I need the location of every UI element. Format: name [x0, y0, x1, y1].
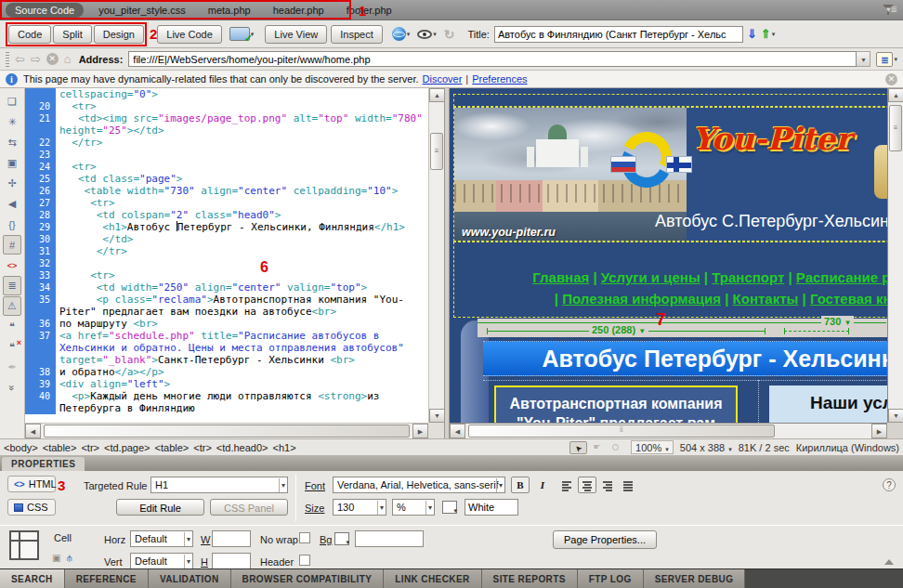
bg-color-swatch[interactable]	[334, 532, 349, 545]
forward-icon[interactable]: ⇨	[31, 53, 41, 65]
align-center-icon[interactable]	[578, 477, 596, 493]
title-input[interactable]	[494, 26, 743, 43]
collapse-full-tag-icon[interactable]: ⇆	[3, 133, 21, 152]
code-line[interactable]: 25 <td class="page">	[25, 173, 428, 185]
code-text[interactable]: </td>	[56, 233, 428, 245]
site-nav-cell[interactable]: Главная | Услуги и цены | Транспорт | Ра…	[453, 242, 887, 318]
preferences-link[interactable]: Preferences	[472, 73, 527, 85]
code-text[interactable]	[56, 149, 428, 161]
code-line[interactable]: 27 <tr>	[25, 197, 428, 209]
site-nav-link[interactable]: Расписание рейсов	[796, 269, 887, 285]
format-source-code-icon[interactable]: ✒	[3, 358, 21, 377]
selected-table-top-row[interactable]	[453, 94, 887, 107]
site-header-image[interactable]: www.you-piter.ru You-Piter Автобус С.Пет…	[453, 107, 887, 242]
horz-select[interactable]: Default	[130, 530, 193, 547]
preview-in-browser-icon[interactable]	[392, 27, 406, 41]
table-width-menu[interactable]: 730 ▼	[821, 316, 854, 327]
code-text[interactable]: <td colspan="2" class="head0">	[56, 209, 428, 221]
code-line[interactable]: 22 </tr>	[25, 137, 428, 149]
page-h1-heading[interactable]: Автобус Петербург - Хельсинки	[483, 341, 887, 376]
view-button-design[interactable]: Design	[94, 25, 144, 44]
code-line[interactable]: 36по маршруту <br>	[25, 318, 428, 330]
code-text[interactable]: <tr>	[56, 161, 428, 173]
code-line[interactable]: 23	[25, 149, 428, 161]
site-nav-link[interactable]: Главная	[532, 269, 589, 285]
results-tab-ftp-log[interactable]: FTP LOG	[578, 569, 644, 588]
code-text[interactable]: cellspacing="0">	[56, 88, 428, 100]
code-line[interactable]: 37<a href="schedule.php" title="Расписан…	[25, 330, 428, 366]
apply-comment-icon[interactable]: ❝	[3, 317, 21, 336]
code-line[interactable]: 28 <td colspan="2" class="head0">	[25, 209, 428, 221]
address-input[interactable]	[128, 51, 857, 67]
header-checkbox[interactable]	[299, 555, 310, 566]
tag-selector-item[interactable]: <td.page>	[104, 442, 150, 453]
remove-comment-icon[interactable]: ❝	[3, 337, 21, 357]
collapse-panel-icon[interactable]: »	[3, 379, 22, 398]
code-text[interactable]	[56, 257, 428, 269]
text-color-input[interactable]	[465, 499, 518, 516]
code-text[interactable]: <tr>	[56, 197, 428, 209]
select-tool-icon[interactable]: ➤	[569, 441, 587, 454]
balance-braces-icon[interactable]: {}	[3, 215, 21, 234]
code-line[interactable]: 35 <p class="reclama">Автотранспортная к…	[25, 294, 428, 318]
code-text[interactable]: <table width="730" align="center" cellpa…	[56, 185, 428, 197]
scroll-right-icon[interactable]: ▶	[412, 424, 428, 438]
window-size-select[interactable]: 504 x 388 ▾	[680, 442, 732, 453]
code-line[interactable]: 21 <td><img src="images/page_top.png" al…	[25, 112, 428, 137]
highlight-invalid-code-icon[interactable]: <>	[3, 255, 21, 275]
dropdown-arrow-icon[interactable]: ▾	[772, 31, 776, 38]
view-button-code[interactable]: Code	[8, 25, 51, 44]
hand-tool-icon[interactable]: ☛	[588, 441, 606, 454]
split-cell-icon[interactable]: ⫛	[67, 553, 72, 564]
code-line[interactable]: 24 <tr>	[25, 161, 428, 173]
related-file-tab[interactable]: you_piter_style.css	[98, 5, 186, 16]
code-text[interactable]: <h1>Автобус Петербург - Хельсинки, Финля…	[56, 221, 428, 233]
code-text[interactable]: <td class="page">	[56, 173, 428, 185]
stop-icon[interactable]: ✕	[46, 53, 59, 65]
back-icon[interactable]: ⇦	[15, 53, 25, 65]
code-text[interactable]: <p class="reclama">Автотранспортная комп…	[56, 294, 428, 318]
table-width-bar[interactable]: 250 (288) ▼ 730 ▼	[478, 319, 887, 337]
site-nav-link[interactable]: Транспорт	[712, 269, 784, 285]
code-text[interactable]: <a href="schedule.php" title="Расписание…	[56, 330, 428, 366]
code-text[interactable]: </tr>	[56, 137, 428, 149]
home-icon[interactable]: ⌂	[64, 52, 72, 66]
scroll-down-icon[interactable]: ▼	[429, 409, 444, 423]
address-dropdown-icon[interactable]: ▼	[857, 51, 870, 67]
dropdown-arrow-icon[interactable]: ▾	[407, 31, 411, 38]
code-line[interactable]: 20 <tr>	[25, 100, 428, 112]
scroll-up-icon[interactable]: ▲	[429, 88, 444, 102]
tag-selector-item[interactable]: <table>	[155, 442, 190, 453]
tag-selector-item[interactable]: <h1>	[273, 442, 296, 453]
magnification-select[interactable]: 100% ▾	[631, 440, 674, 454]
code-line[interactable]: 40 <p>Каждый день многие люди отправляют…	[25, 390, 428, 402]
tag-selector-item[interactable]: <td.head0>	[216, 442, 268, 453]
code-text[interactable]: <tr>	[56, 269, 428, 281]
code-text[interactable]: </tr>	[56, 245, 428, 257]
code-line[interactable]: 30 </td>	[25, 233, 428, 245]
live-view-button[interactable]: Live View	[265, 25, 327, 44]
text-color-swatch[interactable]	[442, 501, 457, 514]
code-line[interactable]: cellspacing="0">	[25, 88, 428, 100]
code-line[interactable]: 32	[25, 257, 428, 269]
design-horizontal-scrollbar[interactable]: ◀ ⦙⦙ ▶	[450, 423, 887, 438]
italic-button[interactable]: I	[533, 477, 552, 493]
related-file-tab[interactable]: footer.php	[347, 5, 392, 16]
site-nav-link[interactable]: Контакты	[733, 291, 799, 307]
results-tab-browser-compatibility[interactable]: BROWSER COMPATIBILITY	[231, 569, 385, 588]
panel-menu-icon[interactable]: ▾≣	[886, 5, 897, 582]
scroll-left-icon[interactable]: ◀	[450, 424, 465, 438]
tag-selector-item[interactable]: <tr>	[81, 442, 99, 453]
code-line[interactable]: 34 <td width="250" align="center" valign…	[25, 281, 428, 294]
scrollbar-thumb[interactable]: ≡	[430, 133, 443, 170]
word-wrap-icon[interactable]: ≣	[3, 276, 21, 295]
select-parent-tag-icon[interactable]: ◀	[3, 194, 21, 214]
bold-button[interactable]: B	[511, 477, 530, 493]
align-right-icon[interactable]	[598, 477, 617, 493]
site-nav-link[interactable]: Услуги и цены	[601, 269, 700, 285]
code-line[interactable]: 26 <table width="730" align="center" cel…	[25, 185, 428, 197]
related-file-tab[interactable]: header.php	[273, 5, 324, 16]
zoom-tool-icon[interactable]	[607, 441, 624, 454]
view-button-split[interactable]: Split	[53, 25, 91, 44]
code-text[interactable]: <tr>	[56, 100, 428, 112]
